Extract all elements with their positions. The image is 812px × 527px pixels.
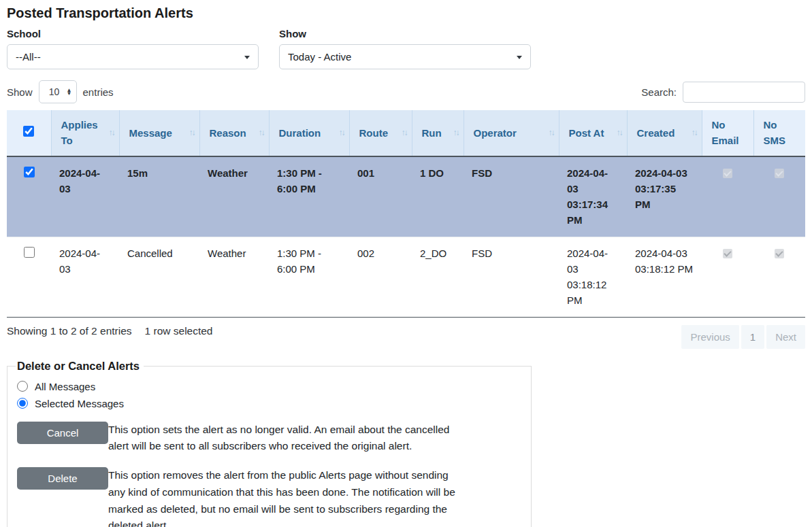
cell-route: 001 [349, 156, 412, 237]
row-select-checkbox[interactable] [24, 167, 35, 177]
cell-operator: FSD [464, 237, 559, 317]
cell-applies-to: 2024-04-03 [51, 237, 119, 317]
row-select-checkbox[interactable] [24, 247, 35, 258]
sort-icon[interactable]: ↑↓ [109, 126, 114, 139]
length-label-prefix: Show [7, 86, 33, 98]
no-sms-checked-icon [775, 249, 784, 258]
column-header-select [7, 110, 51, 156]
cell-no-sms [753, 156, 805, 237]
cell-reason: Weather [199, 237, 269, 317]
table-row[interactable]: 2024-04-03 15m Weather 1:30 PM - 6:00 PM… [7, 156, 805, 237]
sort-icon[interactable]: ↑↓ [453, 126, 459, 139]
no-sms-checked-icon [775, 169, 784, 178]
pagination: Previous 1 Next [679, 325, 805, 349]
cell-duration: 1:30 PM - 6:00 PM [269, 156, 349, 237]
delete-description: This option removes the alert from the p… [108, 467, 455, 527]
sort-icon[interactable]: ↑↓ [259, 126, 264, 139]
row-select-cell [7, 237, 51, 317]
cell-duration: 1:30 PM - 6:00 PM [269, 237, 349, 317]
search-label: Search: [641, 86, 677, 98]
length-label-suffix: entries [83, 86, 114, 98]
delete-action-row: Delete This option removes the alert fro… [17, 467, 521, 527]
select-all-checkbox[interactable] [23, 126, 34, 137]
cell-message: Cancelled [119, 237, 199, 317]
cell-post-at: 2024-04-03 03:18:12 PM [559, 237, 627, 317]
fieldset-legend: Delete or Cancel Alerts [16, 360, 144, 373]
cell-no-email [702, 156, 753, 237]
cell-reason: Weather [199, 156, 269, 237]
cell-operator: FSD [464, 156, 559, 237]
pagination-next[interactable]: Next [766, 325, 805, 349]
page-title: Posted Transportation Alerts [7, 5, 805, 21]
table-row[interactable]: 2024-04-03 Cancelled Weather 1:30 PM - 6… [7, 237, 805, 317]
cell-created: 2024-04-03 03:18:12 PM [627, 237, 702, 317]
all-messages-label: All Messages [35, 381, 95, 392]
sort-icon[interactable]: ↑↓ [692, 126, 697, 139]
page-length-control: Show 10 ▲▼ entries [7, 80, 114, 103]
delete-or-cancel-fieldset: Delete or Cancel Alerts All Messages Sel… [7, 360, 532, 527]
cell-no-sms [753, 237, 805, 317]
cell-post-at: 2024-04-03 03:17:34 PM [559, 156, 627, 237]
row-selected-info: 1 row selected [145, 325, 213, 337]
sort-icon[interactable]: ↑↓ [549, 126, 554, 139]
no-email-checked-icon [723, 169, 732, 178]
column-header-run[interactable]: Run ↑↓ [412, 110, 464, 156]
column-header-applies-to[interactable]: Applies To ↑↓ [51, 110, 119, 156]
sort-icon[interactable]: ↑↓ [402, 126, 407, 139]
column-header-post-at[interactable]: Post At ↑↓ [559, 110, 627, 156]
cell-created: 2024-04-03 03:17:35 PM [627, 156, 702, 237]
cell-applies-to: 2024-04-03 [51, 156, 119, 237]
radio-row-selected-messages: Selected Messages [17, 398, 521, 409]
show-label: Show [279, 28, 531, 39]
radio-row-all-messages: All Messages [17, 381, 521, 392]
cell-message: 15m [119, 156, 199, 237]
selected-messages-radio[interactable] [17, 398, 28, 409]
cancel-button[interactable]: Cancel [17, 422, 108, 444]
table-header-row: Applies To ↑↓ Message ↑↓ Reason ↑↓ Durat… [7, 110, 805, 156]
pagination-previous[interactable]: Previous [681, 325, 738, 349]
search-input[interactable] [683, 82, 805, 103]
column-header-duration[interactable]: Duration ↑↓ [269, 110, 349, 156]
cancel-action-row: Cancel This option sets the alert as no … [17, 422, 521, 456]
column-header-no-email: No Email [702, 110, 753, 156]
cell-run: 1 DO [412, 156, 464, 237]
alerts-table: Applies To ↑↓ Message ↑↓ Reason ↑↓ Durat… [7, 110, 805, 318]
filter-bar: School --All-- Show Today - Active [7, 28, 805, 69]
cell-run: 2_DO [412, 237, 464, 317]
cancel-description: This option sets the alert as no longer … [108, 422, 455, 456]
page-length-select[interactable]: 10 [39, 80, 77, 103]
column-header-message[interactable]: Message ↑↓ [119, 110, 199, 156]
cell-route: 002 [349, 237, 412, 317]
showing-entries-info: Showing 1 to 2 of 2 entries [7, 325, 132, 337]
school-filter: School --All-- [7, 28, 259, 69]
column-header-route[interactable]: Route ↑↓ [349, 110, 412, 156]
school-select[interactable]: --All-- [7, 44, 259, 69]
all-messages-radio[interactable] [17, 381, 28, 392]
row-select-cell [7, 156, 51, 237]
column-header-operator[interactable]: Operator ↑↓ [464, 110, 559, 156]
search-control: Search: [641, 82, 805, 103]
sort-icon[interactable]: ↑↓ [617, 126, 622, 139]
no-email-checked-icon [723, 249, 732, 258]
show-filter-select[interactable]: Today - Active [279, 44, 531, 69]
sort-icon[interactable]: ↑↓ [339, 126, 344, 139]
column-header-reason[interactable]: Reason ↑↓ [199, 110, 269, 156]
school-label: School [7, 28, 259, 39]
pagination-page-1[interactable]: 1 [741, 325, 764, 349]
sort-icon[interactable]: ↑↓ [189, 126, 195, 139]
selected-messages-label: Selected Messages [35, 398, 124, 409]
column-header-created[interactable]: Created ↑↓ [627, 110, 702, 156]
table-controls: Show 10 ▲▼ entries Search: [7, 80, 805, 103]
show-filter: Show Today - Active [279, 28, 531, 69]
column-header-no-sms: No SMS [753, 110, 805, 156]
delete-button[interactable]: Delete [17, 467, 108, 490]
table-footer: Showing 1 to 2 of 2 entries 1 row select… [7, 318, 805, 353]
cell-no-email [702, 237, 753, 317]
